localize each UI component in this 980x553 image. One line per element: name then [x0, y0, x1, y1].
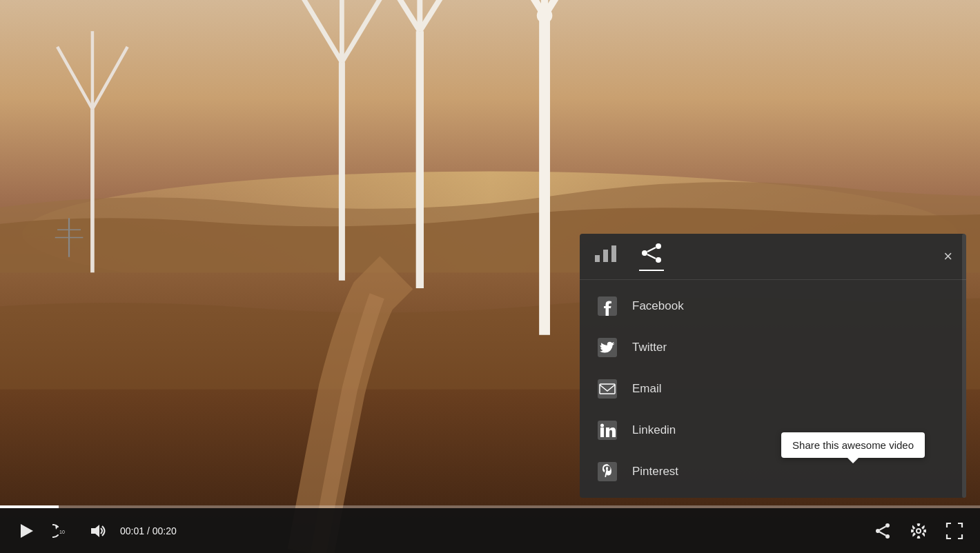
- share-panel: × Facebook Twitter: [580, 234, 966, 498]
- scrollbar[interactable]: [962, 234, 966, 498]
- svg-point-32: [917, 530, 920, 532]
- control-bar: 10 00:01 / 00:20: [0, 508, 980, 553]
- svg-point-28: [876, 529, 880, 533]
- svg-point-37: [656, 257, 661, 263]
- share-item-twitter[interactable]: Twitter: [580, 327, 966, 368]
- pinterest-icon: [596, 461, 618, 483]
- svg-line-40: [647, 254, 656, 259]
- tooltip-text: Share this awesome video: [792, 439, 914, 451]
- svg-marker-25: [91, 525, 99, 537]
- twitter-label: Twitter: [632, 341, 667, 354]
- svg-line-29: [880, 526, 886, 530]
- fullscreen-button[interactable]: [943, 519, 966, 543]
- svg-text:10: 10: [59, 530, 65, 534]
- pinterest-label: Pinterest: [632, 465, 678, 479]
- linkedin-label: Linkedin: [632, 423, 676, 437]
- svg-point-19: [537, 8, 553, 23]
- svg-point-26: [885, 523, 890, 527]
- share-tooltip: Share this awesome video: [781, 432, 925, 458]
- facebook-icon: [596, 295, 618, 317]
- svg-rect-46: [600, 428, 604, 437]
- replay-button[interactable]: 10: [50, 519, 75, 543]
- svg-line-39: [647, 248, 656, 252]
- svg-point-27: [885, 534, 890, 539]
- svg-line-30: [880, 532, 886, 535]
- share-button[interactable]: [871, 519, 894, 543]
- facebook-label: Facebook: [632, 299, 684, 313]
- email-label: Email: [632, 382, 662, 396]
- tab-stats[interactable]: [594, 243, 618, 270]
- time-display: 00:01 / 00:20: [120, 525, 177, 536]
- share-close-button[interactable]: ×: [943, 249, 952, 264]
- svg-point-36: [656, 243, 661, 249]
- volume-button[interactable]: [86, 519, 109, 543]
- svg-rect-34: [603, 250, 608, 262]
- linkedin-icon: [596, 419, 618, 441]
- share-panel-header: ×: [580, 234, 966, 280]
- svg-point-47: [600, 424, 604, 428]
- current-time: 00:01: [120, 525, 144, 536]
- svg-point-38: [642, 250, 647, 256]
- svg-rect-33: [595, 255, 600, 262]
- svg-rect-35: [611, 245, 616, 262]
- right-controls: [871, 519, 966, 543]
- twitter-icon: [596, 336, 618, 359]
- svg-marker-23: [21, 524, 33, 538]
- email-icon: [596, 378, 618, 400]
- share-list: Facebook Twitter Email: [580, 280, 966, 498]
- time-separator: /: [147, 525, 153, 536]
- share-item-email[interactable]: Email: [580, 368, 966, 410]
- share-item-linkedin[interactable]: Linkedin Share this awesome video: [580, 410, 966, 451]
- close-icon: ×: [943, 248, 952, 265]
- play-button[interactable]: [14, 519, 39, 543]
- tab-share[interactable]: [639, 242, 664, 271]
- settings-button[interactable]: [907, 519, 930, 543]
- total-time: 00:20: [153, 525, 177, 536]
- svg-rect-43: [598, 379, 617, 399]
- share-item-facebook[interactable]: Facebook: [580, 285, 966, 327]
